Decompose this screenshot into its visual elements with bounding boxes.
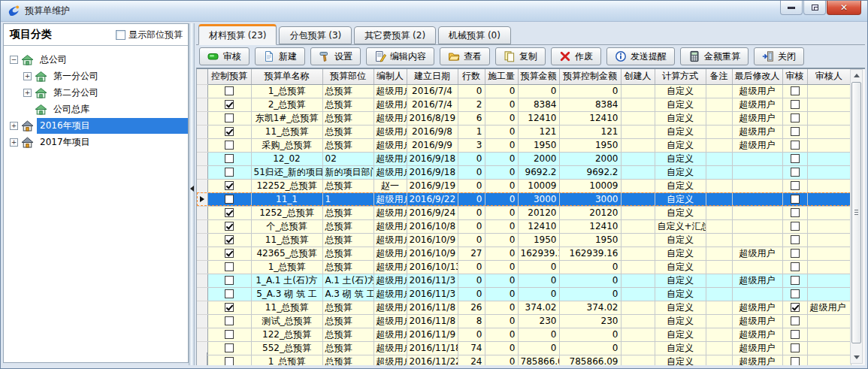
control-budget-checkbox[interactable] bbox=[225, 181, 234, 190]
control-budget-checkbox[interactable] bbox=[225, 127, 234, 136]
scroll-thumb[interactable] bbox=[851, 82, 861, 343]
column-header[interactable]: 建立日期 bbox=[407, 69, 458, 84]
expand-box-icon[interactable]: + bbox=[23, 72, 32, 80]
audited-checkbox[interactable] bbox=[791, 235, 800, 244]
tree-item-project-2016[interactable]: +2016年项目 bbox=[4, 117, 188, 134]
audited-checkbox[interactable] bbox=[791, 154, 800, 163]
show-part-budget-option[interactable]: 显示部位预算 bbox=[116, 29, 183, 41]
vertical-scrollbar[interactable] bbox=[850, 69, 863, 364]
column-header[interactable]: 施工量 bbox=[485, 69, 518, 84]
audited-checkbox[interactable] bbox=[791, 141, 800, 150]
control-budget-checkbox[interactable] bbox=[225, 195, 234, 204]
table-row[interactable]: 1252_总预算总预算超级用户2016/9/24002012020120自定义 bbox=[197, 206, 851, 219]
table-row[interactable]: 42365_总预算总预算超级用户2016/10/9270162939.16162… bbox=[197, 247, 851, 260]
edit-content-button[interactable]: 编辑内容 bbox=[366, 47, 434, 65]
column-header[interactable]: 控制预算 bbox=[207, 69, 251, 84]
control-budget-checkbox[interactable] bbox=[225, 276, 234, 285]
tree-item-project-2017[interactable]: +2017年项目 bbox=[4, 134, 188, 150]
audited-checkbox[interactable] bbox=[791, 276, 800, 285]
tab-material-budget[interactable]: 材料预算 (23) bbox=[198, 24, 277, 45]
table-row[interactable]: 5_A.3 砌 筑 工A.3 砌 筑 工超级用户2016/11/30000自定义 bbox=[197, 287, 851, 301]
control-budget-checkbox[interactable] bbox=[225, 316, 234, 325]
tree-item-branch-2[interactable]: +第二分公司 bbox=[4, 84, 188, 101]
table-row[interactable]: 12252_总预算总预算赵一2016/9/19001000910009自定义 bbox=[197, 179, 851, 192]
column-header[interactable]: 备注 bbox=[706, 69, 732, 84]
expand-box-icon[interactable]: + bbox=[10, 138, 18, 147]
control-budget-checkbox[interactable] bbox=[225, 100, 234, 109]
scroll-down-button[interactable] bbox=[851, 352, 862, 363]
audited-checkbox[interactable] bbox=[791, 303, 800, 312]
control-budget-checkbox[interactable] bbox=[225, 330, 234, 339]
control-budget-checkbox[interactable] bbox=[225, 357, 234, 365]
collapse-left-icon[interactable] bbox=[190, 186, 194, 192]
audited-checkbox[interactable] bbox=[791, 208, 800, 217]
panel-splitter[interactable] bbox=[189, 23, 195, 365]
table-row[interactable]: 东凯1#_总预算总预算超级用户2016/8/19601241012410自定义超… bbox=[197, 111, 851, 125]
expand-box-icon[interactable]: + bbox=[23, 89, 32, 97]
audited-checkbox[interactable] bbox=[791, 316, 800, 325]
audited-checkbox[interactable] bbox=[791, 262, 800, 271]
settings-button[interactable]: 设置 bbox=[310, 47, 361, 65]
column-header[interactable]: 预算金额 bbox=[518, 69, 559, 84]
tree-item-company-library[interactable]: 公司总库 bbox=[4, 101, 188, 117]
control-budget-checkbox[interactable] bbox=[225, 222, 234, 231]
audited-checkbox[interactable] bbox=[791, 127, 800, 136]
table-row[interactable]: 12_0202超级用户2016/9/180020002000自定义 bbox=[197, 152, 851, 165]
control-budget-checkbox[interactable] bbox=[225, 303, 234, 312]
control-budget-checkbox[interactable] bbox=[225, 113, 234, 122]
audited-checkbox[interactable] bbox=[791, 100, 800, 109]
audited-checkbox[interactable] bbox=[791, 168, 800, 177]
void-button[interactable]: 作废 bbox=[551, 47, 601, 65]
table-row[interactable]: 1_总预算总预算超级用户2016/10/130000自定义 bbox=[197, 260, 851, 274]
recalc-amount-button[interactable]: 金额重算 bbox=[680, 47, 749, 65]
column-header[interactable]: 编制人 bbox=[374, 69, 407, 84]
audited-checkbox[interactable] bbox=[791, 195, 800, 204]
control-budget-checkbox[interactable] bbox=[225, 141, 234, 150]
control-budget-checkbox[interactable] bbox=[225, 235, 234, 244]
table-row[interactable]: 1_A.1 土(石)方A.1 土(石)方超级用户2016/11/30000自定义… bbox=[197, 274, 851, 287]
audited-checkbox[interactable] bbox=[791, 86, 800, 95]
copy-button[interactable]: 复制 bbox=[495, 47, 546, 65]
tab-machinery-budget[interactable]: 机械预算 (0) bbox=[438, 26, 511, 44]
collapse-box-icon[interactable]: − bbox=[10, 56, 18, 64]
maximize-button[interactable] bbox=[803, 1, 826, 15]
control-budget-checkbox[interactable] bbox=[225, 343, 234, 352]
audited-checkbox[interactable] bbox=[791, 343, 800, 352]
audited-checkbox[interactable] bbox=[791, 222, 800, 231]
tab-subcontract-budget[interactable]: 分包预算 (3) bbox=[279, 26, 352, 44]
table-row[interactable]: 122_总预算总预算超级用户2016/11/90000自定义超级用户 bbox=[197, 328, 851, 341]
table-row[interactable]: 1_总预算总预算超级用户2016/7/40000自定义超级用户 bbox=[197, 84, 851, 98]
tab-other-fee-budget[interactable]: 其它费预算 (2) bbox=[354, 26, 436, 44]
table-row[interactable]: 采购_总预算总预算超级用户2016/9/93019501950自定义超级用户 bbox=[197, 138, 851, 152]
column-header[interactable]: 预算部位 bbox=[322, 69, 374, 84]
expand-box-icon[interactable]: + bbox=[10, 122, 18, 130]
tree-item-branch-1[interactable]: +第一分公司 bbox=[4, 68, 188, 84]
new-button[interactable]: 新建 bbox=[255, 47, 305, 65]
table-row[interactable]: 1_总预算总预算超级用户2016/11/22240785866.09785866… bbox=[197, 355, 851, 365]
table-row[interactable]: 11_11超级用户2016/9/220030003000自定义 bbox=[197, 192, 851, 206]
table-row[interactable]: 测试_总预算总预算超级用户2016/11/880230230自定义超级用户 bbox=[197, 314, 851, 328]
column-header[interactable]: 预算控制金额 bbox=[559, 69, 621, 84]
tree-item-company-hq[interactable]: −总公司 bbox=[4, 51, 188, 68]
table-row[interactable]: 552_总预算总预算超级用户2016/11/1874000自定义超级用户 bbox=[197, 341, 851, 355]
audited-checkbox[interactable] bbox=[791, 113, 800, 122]
close-button[interactable]: 关闭 bbox=[754, 47, 804, 65]
control-budget-checkbox[interactable] bbox=[225, 262, 234, 271]
control-budget-checkbox[interactable] bbox=[225, 86, 234, 95]
audit-button[interactable]: 审核 bbox=[199, 47, 250, 65]
column-header[interactable]: 预算单名称 bbox=[251, 69, 322, 84]
control-budget-checkbox[interactable] bbox=[225, 289, 234, 298]
column-header[interactable]: 审核人 bbox=[807, 69, 851, 84]
table-row[interactable]: 2_总预算总预算超级用户2016/7/42083848384自定义超级用户 bbox=[197, 98, 851, 111]
audited-checkbox[interactable] bbox=[791, 181, 800, 190]
control-budget-checkbox[interactable] bbox=[225, 249, 234, 258]
show-part-budget-checkbox[interactable] bbox=[116, 30, 126, 40]
view-button[interactable]: 查看 bbox=[440, 47, 490, 65]
send-reminder-button[interactable]: 发送提醒 bbox=[606, 47, 675, 65]
table-row[interactable]: 个_总预算总预算超级用户2016/10/8001241012410自定义+汇总 bbox=[197, 219, 851, 233]
audited-checkbox[interactable] bbox=[791, 330, 800, 339]
close-window-button[interactable]: ✕ bbox=[827, 1, 861, 15]
audited-checkbox[interactable] bbox=[791, 289, 800, 298]
table-row[interactable]: 11_总预算总预算超级用户2016/9/810121121自定义超级用户 bbox=[197, 125, 851, 138]
column-header[interactable]: 最后修改人 bbox=[732, 69, 782, 84]
